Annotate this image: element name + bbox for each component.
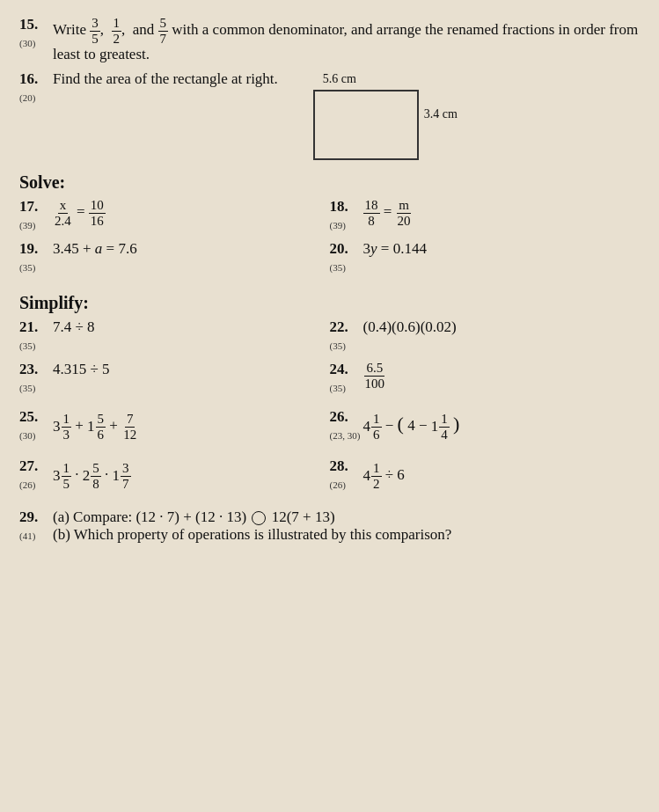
p21-content: 7.4 ÷ 8 <box>53 318 330 336</box>
solve-header: Solve: <box>19 172 640 193</box>
p29-content: (a) Compare: (12 · 7) + (12 · 13) 12(7 +… <box>53 508 640 544</box>
p15-content: Write 35, 12, and 57 with a common denom… <box>53 16 640 63</box>
p28-content: 4 12 ÷ 6 <box>363 457 641 491</box>
p28-pts: (26) <box>330 479 346 490</box>
problem-23: 23. (35) 4.315 ÷ 5 <box>19 361 330 403</box>
p15-frac3: 57 <box>158 16 169 46</box>
p17-content: x2.4 = 1016 <box>53 198 330 228</box>
p25-content: 3 13 + 1 56 + 712 <box>53 408 330 442</box>
p24-pts: (35) <box>330 383 346 393</box>
p29-num: 29. <box>19 508 38 525</box>
p29-a-rest: 12(7 + 13) <box>272 508 335 525</box>
p27-mixed2: 2 58 <box>83 461 101 491</box>
p20-content: 3y = 0.144 <box>363 240 641 258</box>
p24-content: 6.5100 <box>363 361 641 391</box>
row-27-28: 27. (26) 3 15 · 2 58 · 1 37 <box>19 457 640 500</box>
p23-pts: (35) <box>19 383 35 393</box>
p17-num: 17. <box>19 198 38 215</box>
problem-27: 27. (26) 3 15 · 2 58 · 1 37 <box>19 457 330 500</box>
problem-29: 29. (41) (a) Compare: (12 · 7) + (12 · 1… <box>19 508 640 544</box>
problem-28: 28. (26) 4 12 ÷ 6 <box>330 457 641 500</box>
problem-26: 26. (23, 30) 4 16 − ( 4 − 1 14 ) <box>330 408 641 450</box>
row-25-26: 25. (30) 3 13 + 1 56 + 712 26. <box>19 408 640 450</box>
p22-pts: (35) <box>330 340 346 351</box>
simplify-header: Simplify: <box>19 293 640 313</box>
p24-num: 24. <box>330 361 348 377</box>
p20-pts: (35) <box>330 262 346 273</box>
p28-num: 28. <box>330 457 348 474</box>
p26-content: 4 16 − ( 4 − 1 14 ) <box>363 408 641 442</box>
p20-num: 20. <box>330 240 348 257</box>
p28-mixed1: 4 12 <box>363 461 382 491</box>
problem-24: 24. (35) 6.5100 <box>330 361 641 403</box>
p18-content: 188 = m20 <box>363 198 641 228</box>
p15-pts: (30) <box>19 38 35 48</box>
rect-width-label: 5.6 cm <box>323 72 356 86</box>
p26-mixed1: 4 16 <box>363 412 382 442</box>
problem-18: 18. (39) 188 = m20 <box>330 198 641 240</box>
p17-pts: (39) <box>19 220 35 230</box>
problem-15: 15. (30) Write 35, 12, and 57 with a com… <box>19 16 640 63</box>
p19-num: 19. <box>19 240 38 257</box>
p17-frac-x: x2.4 <box>53 198 73 228</box>
p18-pts: (39) <box>330 220 346 230</box>
p26-pts: (23, 30) <box>330 430 361 441</box>
p26-num: 26. <box>330 408 348 425</box>
problem-22: 22. (35) (0.4)(0.6)(0.02) <box>330 318 641 361</box>
problem-16: 16. (20) Find the area of the rectangle … <box>19 70 640 160</box>
p22-expr: (0.4)(0.6)(0.02) <box>363 318 457 335</box>
p15-frac1: 35 <box>90 16 100 46</box>
p16-text: Find the area of the rectangle at right. <box>53 70 278 88</box>
p19-content: 3.45 + a = 7.6 <box>53 240 330 258</box>
p23-num: 23. <box>19 361 38 377</box>
p22-content: (0.4)(0.6)(0.02) <box>363 318 641 336</box>
row-23-24: 23. (35) 4.315 ÷ 5 24. (35) 6.5100 <box>19 361 640 403</box>
p21-num: 21. <box>19 318 38 335</box>
rect-box <box>313 90 419 160</box>
problem-20: 20. (35) 3y = 0.144 <box>330 240 641 282</box>
p20-expr: 3y = 0.144 <box>363 240 427 257</box>
p21-expr: 7.4 ÷ 8 <box>53 318 95 335</box>
p29-a-text: (a) Compare: (12 · 7) + (12 · 13) <box>53 508 246 525</box>
p25-mixed1: 3 13 <box>53 412 71 442</box>
p25-num: 25. <box>19 408 38 425</box>
p19-expr: 3.45 + a = 7.6 <box>53 240 137 257</box>
problem-17: 17. (39) x2.4 = 1016 <box>19 198 330 240</box>
p24-frac: 6.5100 <box>363 361 387 391</box>
p23-expr: 4.315 ÷ 5 <box>53 361 110 377</box>
p27-content: 3 15 · 2 58 · 1 37 <box>53 457 330 491</box>
p18-num: 18. <box>330 198 348 215</box>
p23-content: 4.315 ÷ 5 <box>53 361 330 378</box>
p15-frac2: 12 <box>112 16 122 46</box>
row-19-20: 19. (35) 3.45 + a = 7.6 20. (35) 3y = 0.… <box>19 240 640 282</box>
p15-text: Write <box>53 21 90 38</box>
p18-frac-18: 188 <box>363 198 380 228</box>
p27-mixed3: 1 37 <box>113 461 131 491</box>
p26-mixed2: 1 14 <box>431 412 450 442</box>
p29-b-text: (b) Which property of operations is illu… <box>53 526 451 543</box>
row-17-18: 17. (39) x2.4 = 1016 18. (39) 188 = m20 <box>19 198 640 240</box>
p22-num: 22. <box>330 318 348 335</box>
p25-pts: (30) <box>19 430 35 441</box>
p29-circle <box>252 511 266 525</box>
p16-num: 16. <box>19 70 38 87</box>
p16-pts: (20) <box>19 92 35 103</box>
p21-pts: (35) <box>19 340 35 351</box>
p29-part-b: (b) Which property of operations is illu… <box>53 526 640 544</box>
rect-height-label: 3.4 cm <box>424 107 458 121</box>
p18-frac-m: m20 <box>396 198 413 228</box>
p27-mixed1: 3 15 <box>53 461 71 491</box>
p15-num: 15. <box>19 16 38 33</box>
p27-pts: (26) <box>19 479 35 490</box>
p19-pts: (35) <box>19 262 35 273</box>
problem-21: 21. (35) 7.4 ÷ 8 <box>19 318 330 361</box>
p29-part-a: (a) Compare: (12 · 7) + (12 · 13) 12(7 +… <box>53 508 640 526</box>
p17-frac-10: 1016 <box>89 198 106 228</box>
p16-rectangle: 5.6 cm 3.4 cm <box>313 70 419 160</box>
p15-and: and <box>133 21 158 38</box>
problem-25: 25. (30) 3 13 + 1 56 + 712 <box>19 408 330 450</box>
p27-num: 27. <box>19 457 38 474</box>
row-21-22: 21. (35) 7.4 ÷ 8 22. (35) (0.4)(0.6)(0.0… <box>19 318 640 361</box>
p25-mixed2: 1 56 <box>87 412 106 442</box>
p29-pts: (41) <box>19 530 35 541</box>
